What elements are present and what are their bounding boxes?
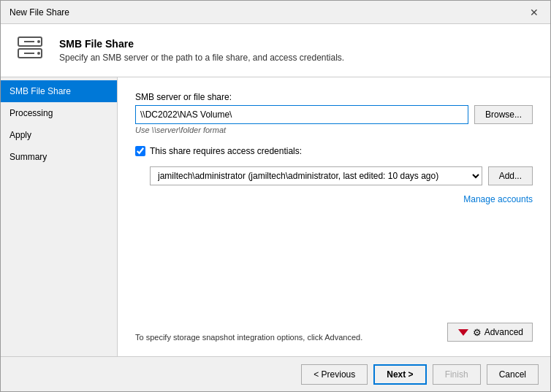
advanced-row: ⚙ Advanced [447, 323, 533, 342]
advanced-arrow-icon [457, 326, 470, 339]
add-button[interactable]: Add... [488, 166, 533, 185]
finish-button[interactable]: Finish [433, 364, 481, 385]
dialog-footer: < Previous Next > Finish Cancel [1, 356, 550, 391]
header-area: SMB File Share Specify an SMB server or … [1, 24, 550, 77]
advanced-gear-icon: ⚙ [473, 327, 482, 338]
new-file-share-dialog: New File Share ✕ SMB File Share Specify … [0, 0, 551, 392]
spacer [135, 212, 533, 310]
header-text: SMB File Share Specify an SMB server or … [59, 38, 344, 63]
close-button[interactable]: ✕ [527, 5, 542, 20]
dialog-title: New File Share [10, 7, 69, 18]
credentials-checkbox-row: This share requires access credentials: [135, 146, 533, 156]
sidebar-item-smb-file-share[interactable]: SMB File Share [1, 80, 117, 102]
credentials-checkbox[interactable] [135, 146, 145, 156]
sidebar-item-summary[interactable]: Summary [1, 146, 117, 168]
cancel-button[interactable]: Cancel [487, 364, 539, 385]
advanced-button[interactable]: ⚙ Advanced [447, 323, 533, 342]
next-button[interactable]: Next > [373, 364, 426, 385]
credential-row: jamiltech\administrator (jamiltech\admin… [135, 166, 533, 185]
advanced-label: Advanced [484, 327, 523, 337]
svg-point-2 [37, 40, 40, 43]
svg-marker-6 [458, 329, 468, 336]
credentials-checkbox-label[interactable]: This share requires access credentials: [150, 146, 302, 156]
sidebar-item-apply[interactable]: Apply [1, 124, 117, 146]
title-bar: New File Share ✕ [1, 1, 550, 24]
main-content: SMB server or file share: Browse... Use … [118, 77, 550, 356]
manage-accounts-link[interactable]: Manage accounts [135, 194, 533, 204]
header-description: Specify an SMB server or the path to a f… [59, 53, 344, 63]
previous-button[interactable]: < Previous [301, 364, 368, 385]
sidebar-item-processing[interactable]: Processing [1, 102, 117, 124]
dialog-body: SMB File Share Processing Apply Summary … [1, 77, 550, 356]
browse-button[interactable]: Browse... [474, 105, 533, 124]
smb-input-row: Browse... [135, 105, 533, 124]
credential-select[interactable]: jamiltech\administrator (jamiltech\admin… [150, 166, 482, 185]
header-title: SMB File Share [59, 38, 344, 50]
smb-field-group: SMB server or file share: Browse... Use … [135, 92, 533, 134]
sidebar: SMB File Share Processing Apply Summary [1, 77, 118, 356]
svg-point-3 [37, 52, 40, 55]
smb-server-input[interactable] [135, 105, 468, 124]
bottom-hint: To specify storage snapshot integration … [135, 326, 362, 342]
smb-hint-text: Use \\server\folder format [135, 126, 533, 134]
smb-file-share-icon [12, 33, 48, 68]
smb-field-label: SMB server or file share: [135, 92, 533, 102]
